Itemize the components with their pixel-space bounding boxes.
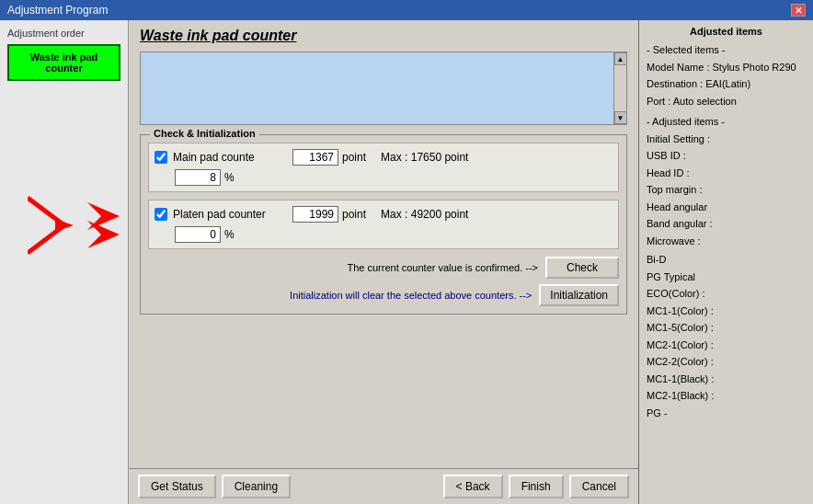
- adjusted-items-title: Adjusted items: [647, 26, 806, 37]
- selected-items-label: - Selected items -: [647, 42, 806, 58]
- usb-id: USB ID :: [647, 148, 806, 164]
- port: Port : Auto selection: [647, 94, 806, 109]
- platen-pad-label: Platen pad counter: [173, 208, 292, 221]
- platen-pad-value: 1999: [292, 206, 338, 223]
- text-area: ▲ ▼: [140, 52, 627, 125]
- main-pad-label: Main pad counte: [173, 151, 292, 164]
- top-margin: Top margin :: [647, 182, 806, 198]
- mc1-5-color: MC1-5(Color) :: [647, 320, 806, 336]
- right-panel: Adjusted items - Selected items - Model …: [638, 20, 813, 504]
- head-angular: Head angular: [647, 200, 806, 215]
- microwave: Microwave :: [647, 234, 806, 249]
- check-button[interactable]: Check: [545, 257, 619, 279]
- mc2-1-black: MC2-1(Black) :: [647, 388, 806, 404]
- main-pad-percent-value: 8: [175, 169, 221, 186]
- main-layout: Adjustment order Waste ink pad counter W…: [0, 20, 813, 504]
- center-panel: Waste ink pad counter ▲ ▼ Check & Initia…: [129, 20, 638, 504]
- platen-pad-percent-row: 0 %: [175, 226, 613, 243]
- main-pad-counter-block: Main pad counte 1367 point Max : 17650 p…: [148, 143, 619, 192]
- check-init-section: Check & Initialization Main pad counte 1…: [140, 134, 627, 315]
- destination: Destination : EAI(Latin): [647, 76, 806, 92]
- platen-pad-percent-unit: %: [224, 228, 235, 241]
- platen-pad-counter-block: Platen pad counter 1999 point Max : 4920…: [148, 200, 619, 249]
- main-pad-checkbox[interactable]: [155, 151, 167, 164]
- center-content: Waste ink pad counter ▲ ▼ Check & Initia…: [129, 20, 638, 468]
- mc2-2-color: MC2-2(Color) :: [647, 354, 806, 370]
- band-angular: Band angular :: [647, 216, 806, 232]
- title-bar: Adjustment Program ✕: [0, 0, 813, 20]
- left-panel-title: Adjustment order: [7, 28, 120, 39]
- eco-color: ECO(Color) :: [647, 286, 806, 302]
- scroll-down-button[interactable]: ▼: [614, 111, 627, 124]
- mc1-1-black: MC1-1(Black) :: [647, 372, 806, 387]
- scrollbar[interactable]: ▲ ▼: [613, 52, 626, 124]
- platen-pad-unit: point: [342, 208, 366, 221]
- check-action-row: The current counter value is confirmed. …: [148, 257, 619, 279]
- init-text: Initialization will clear the selected a…: [148, 290, 532, 301]
- cleaning-button[interactable]: Cleaning: [222, 475, 291, 498]
- close-button[interactable]: ✕: [791, 4, 806, 17]
- main-pad-percent-unit: %: [224, 171, 235, 184]
- main-pad-value: 1367: [292, 149, 338, 166]
- back-button[interactable]: < Back: [443, 475, 503, 498]
- mc1-1-color: MC1-1(Color) :: [647, 304, 806, 319]
- left-panel: Adjustment order Waste ink pad counter: [0, 20, 129, 504]
- section-label: Check & Initialization: [150, 128, 259, 139]
- get-status-button[interactable]: Get Status: [138, 475, 216, 498]
- platen-pad-checkbox[interactable]: [155, 208, 167, 221]
- initial-setting: Initial Setting :: [647, 132, 806, 147]
- adjusted-items-label: - Adjusted items -: [647, 114, 806, 130]
- pg: PG -: [647, 406, 806, 421]
- platen-pad-max: Max : 49200 point: [381, 208, 468, 221]
- main-pad-percent-row: 8 %: [175, 169, 613, 186]
- mc2-1-color: MC2-1(Color) :: [647, 338, 806, 353]
- scroll-up-button[interactable]: ▲: [614, 52, 627, 65]
- main-pad-row: Main pad counte 1367 point Max : 17650 p…: [155, 149, 613, 166]
- confirmed-text: The current counter value is confirmed. …: [148, 262, 538, 273]
- cancel-button[interactable]: Cancel: [569, 475, 629, 498]
- pg-typical: PG Typical: [647, 269, 806, 285]
- main-pad-max: Max : 17650 point: [381, 151, 468, 164]
- waste-pad-counter-button[interactable]: Waste ink pad counter: [7, 44, 120, 81]
- bottom-toolbar: Get Status Cleaning < Back Finish Cancel: [129, 468, 638, 504]
- main-pad-unit: point: [342, 151, 366, 164]
- title-bar-label: Adjustment Program: [7, 4, 108, 17]
- model-name: Model Name : Stylus Photo R290: [647, 60, 806, 75]
- initialization-button[interactable]: Initialization: [539, 284, 619, 306]
- platen-pad-row: Platen pad counter 1999 point Max : 4920…: [155, 206, 613, 223]
- init-action-row: Initialization will clear the selected a…: [148, 284, 619, 306]
- panel-title: Waste ink pad counter: [140, 28, 627, 44]
- head-id: Head ID :: [647, 166, 806, 181]
- platen-pad-percent-value: 0: [175, 226, 221, 243]
- bi-d: Bi-D: [647, 252, 806, 268]
- finish-button[interactable]: Finish: [509, 475, 564, 498]
